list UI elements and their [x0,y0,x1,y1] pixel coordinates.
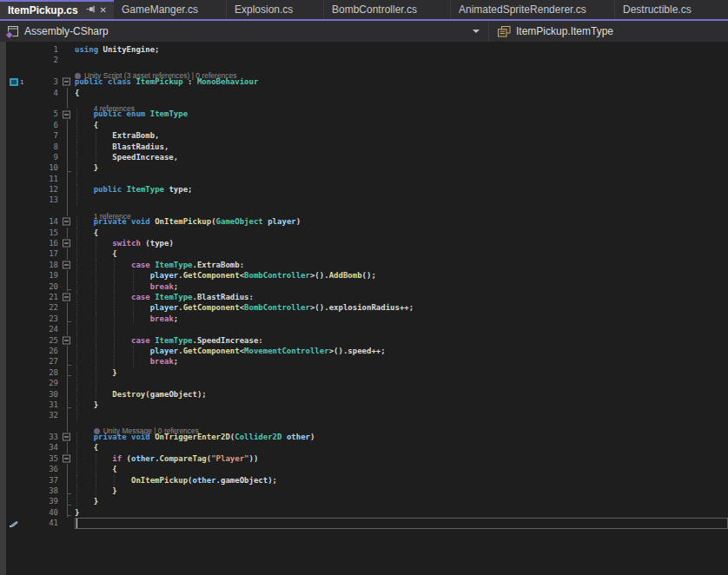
code-text[interactable]: case ItemType.BlastRadius: [75,292,728,302]
line-number: 11 [30,174,62,184]
glyph-margin [6,410,30,420]
glyph-margin [6,88,30,98]
code-text[interactable]: BlastRadius, [75,142,728,152]
fold-collapse-toggle[interactable] [63,294,70,301]
line-number: 34 [30,442,62,453]
code-text[interactable] [75,410,728,420]
outlining-margin [62,464,75,474]
code-line: 9 SpeedIncrease, [6,152,728,162]
code-text[interactable]: public class ItemPickup : MonoBehaviour [75,76,728,87]
code-line-text: OnItemPickup(other.gameObject); [75,475,728,486]
outlining-margin [62,184,75,195]
code-text[interactable]: if (other.CompareTag("Player")) [75,453,728,464]
code-text[interactable]: OnItemPickup(other.gameObject); [75,475,728,486]
chevron-down-icon[interactable] [473,30,480,33]
tab-itempickup-cs[interactable]: ItemPickup.cs✕ [0,0,114,19]
glyph-margin [6,314,30,324]
code-text[interactable] [75,518,728,528]
fold-collapse-toggle[interactable] [63,110,70,118]
outlining-margin [62,389,75,400]
code-text[interactable]: case ItemType.SpeedIncrease: [75,335,728,346]
line-number: 32 [30,410,62,420]
code-line-text: public class ItemPickup : MonoBehaviour [75,76,728,87]
code-text[interactable]: switch (type) [75,238,728,248]
fold-collapse-toggle[interactable] [63,78,70,86]
code-text[interactable]: } [75,162,728,173]
code-line: 26 player.GetComponent<MovementControlle… [6,346,728,356]
tab-destructible-cs[interactable]: Destructible.cs [615,0,728,19]
code-text[interactable]: break; [75,314,728,324]
fold-collapse-toggle[interactable] [63,261,70,269]
code-text[interactable] [75,174,728,184]
line-number: 9 [30,152,62,162]
tab-label: Explosion.cs [235,3,293,16]
code-text[interactable] [75,195,728,205]
code-text[interactable]: break; [75,356,728,367]
outlining-margin [62,421,75,432]
code-text[interactable]: player.GetComponent<BombController>().ex… [75,302,728,313]
fold-collapse-toggle[interactable] [63,336,70,344]
code-text[interactable]: { [75,464,728,474]
fold-collapse-toggle[interactable] [63,433,70,441]
code-text[interactable]: { [75,228,728,238]
code-line: 28 } [6,367,728,378]
outlining-margin [62,314,75,324]
code-text[interactable] [75,55,728,65]
line-number: 31 [30,400,62,410]
member-dropdown[interactable]: ItemPickup.ItemType [488,21,613,42]
close-icon[interactable]: ✕ [100,6,107,15]
tab-gamemanger-cs[interactable]: GameManger.cs [114,0,227,19]
code-text[interactable]: { [75,442,728,453]
outlining-margin [62,378,75,388]
codelens-text: Unity Message | 0 references [75,421,728,432]
line-number: 2 [30,55,62,65]
code-text[interactable]: player.GetComponent<BombController>().Ad… [75,270,728,281]
tab-label: Destructible.cs [623,3,692,16]
code-line: 2 [6,55,728,65]
project-dropdown[interactable]: Assembly-CSharp [0,25,488,38]
tab-animatedspriterenderer-cs[interactable]: AnimatedSpriteRenderer.cs [451,0,615,19]
fold-collapse-toggle[interactable] [63,240,70,248]
code-line-text: case ItemType.BlastRadius: [75,292,728,302]
code-text[interactable]: SpeedIncrease, [75,152,728,162]
fold-collapse-toggle[interactable] [63,218,70,226]
code-text[interactable]: } [75,367,728,378]
code-text[interactable]: } [75,486,728,496]
code-text[interactable]: { [75,248,728,259]
code-text[interactable]: { [75,120,728,130]
pin-icon[interactable] [86,4,96,17]
glyph-margin [6,216,30,227]
code-text[interactable]: } [75,507,728,518]
glyph-margin [6,378,30,388]
code-text[interactable]: case ItemType.ExtraBomb: [75,260,728,270]
code-text[interactable]: } [75,400,728,410]
code-text[interactable]: Destroy(gameObject); [75,389,728,400]
code-text[interactable]: private void OnTriggerEnter2D(Collider2D… [75,432,728,442]
glyph-margin [6,206,30,216]
fold-collapse-toggle[interactable] [63,455,70,463]
line-number: 37 [30,475,62,486]
outlining-margin [62,238,75,248]
outlining-margin [62,98,75,109]
code-text[interactable]: } [75,496,728,506]
code-text[interactable]: private void OnItemPickup(GameObject pla… [75,216,728,227]
code-text[interactable] [75,378,728,388]
code-text[interactable]: public ItemType type; [75,184,728,195]
code-text[interactable]: ExtraBomb, [75,130,728,141]
tab-bombcontroller-cs[interactable]: BombController.cs [324,0,451,19]
code-line-text: using UnityEngine; [75,44,728,55]
tab-explosion-cs[interactable]: Explosion.cs [227,0,324,19]
glyph-margin [6,130,30,141]
code-text[interactable] [75,324,728,334]
glyph-margin [6,66,30,76]
code-text[interactable]: public enum ItemType [75,109,728,119]
code-line: 13public class ItemPickup : MonoBehaviou… [6,76,728,87]
code-editor[interactable]: 1using UnityEngine;2Unity Script (3 asse… [0,42,728,575]
code-line: 38 } [6,486,728,496]
code-text[interactable]: player.GetComponent<MovementController>(… [75,346,728,356]
code-text[interactable]: using UnityEngine; [75,44,728,55]
glyph-margin [6,389,30,400]
code-text[interactable]: break; [75,281,728,292]
glyph-margin [6,120,30,130]
code-text[interactable]: { [75,88,728,98]
